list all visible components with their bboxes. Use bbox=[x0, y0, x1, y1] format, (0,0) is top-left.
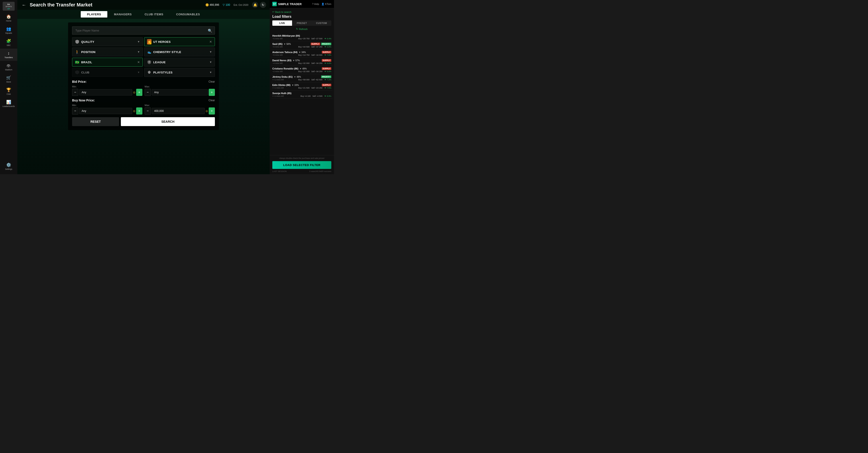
bid-max-input[interactable] bbox=[152, 89, 208, 95]
player-prices: Buy <32 000 Sell ~34 250 ▼ 6.6% bbox=[298, 70, 331, 73]
back-button[interactable]: ← bbox=[21, 2, 27, 8]
user-link[interactable]: 👤 KTom bbox=[321, 3, 331, 5]
player-name-row: Anderson Talisca (84) ▼ 34% bbox=[272, 51, 306, 54]
back-to-search-link[interactable]: ↩ Back to search bbox=[272, 10, 331, 13]
tab-players[interactable]: Players bbox=[81, 11, 107, 18]
player-list-item[interactable]: Edin Džeko (88) ▼ 33% SUPPLY <~1 mins le… bbox=[272, 82, 332, 90]
reset-button[interactable]: Reset bbox=[72, 117, 119, 126]
player-list-item[interactable]: Saúl (85) ▼ 50% SUPPLYPROFIT+ ~5 mins le… bbox=[272, 41, 332, 50]
player-buy-price: Buy <4 100 bbox=[301, 95, 311, 97]
buy-now-price-header: Buy Now Price: Clear bbox=[72, 98, 215, 102]
player-prices: Buy <25 750 Sell ~27 500 ▼ 6.4% bbox=[298, 37, 331, 40]
sidebar-item-squads[interactable]: 👥 Squads bbox=[0, 24, 17, 36]
player-item-top: Anderson Talisca (84) ▼ 34% SUPPLY bbox=[272, 51, 331, 54]
position-chevron-icon: ▼ bbox=[137, 50, 140, 54]
player-profit-pct: ▼ 7.2% bbox=[324, 79, 331, 81]
player-buy-price: Buy <25 750 bbox=[298, 37, 310, 40]
tab-consumables[interactable]: Consumables bbox=[170, 11, 206, 18]
bid-price-clear-button[interactable]: Clear bbox=[209, 80, 215, 83]
uthero-close-icon[interactable]: ✕ bbox=[209, 40, 212, 44]
filter-uthero[interactable]: ⭐ UT Heroes ✕ bbox=[144, 37, 215, 46]
bid-min-decrement-button[interactable]: − bbox=[72, 89, 78, 96]
player-item-top: Edin Džeko (88) ▼ 33% SUPPLY bbox=[272, 84, 331, 86]
filter-club[interactable]: Club ▼ bbox=[72, 68, 143, 77]
player-profit-pct: ▼ 8.9% bbox=[324, 95, 331, 97]
player-list-item[interactable]: Anderson Talisca (84) ▼ 34% SUPPLY ~5 mi… bbox=[272, 50, 332, 58]
player-sell-price: Sell ~4 500 bbox=[312, 95, 322, 97]
topbar-stats: 466,996 ▽ 100 Est. Oct 2020 🔔 ↻ bbox=[206, 2, 266, 8]
buy-now-price-clear-button[interactable]: Clear bbox=[209, 99, 215, 102]
player-profit-pct: ▼ 6.4% bbox=[324, 37, 331, 40]
player-list-item[interactable]: Jérémy Doku (81) ▼ 48% PROFIT+ <~1 mins … bbox=[272, 74, 332, 82]
sidebar-item-leaderboards[interactable]: 📊 Leaderboards bbox=[0, 97, 17, 110]
player-tag: PROFIT+ bbox=[321, 76, 331, 78]
topbar-icons: 🔔 ↻ bbox=[252, 2, 266, 8]
buy-now-min-input[interactable] bbox=[79, 108, 132, 114]
buy-now-max-increment-button[interactable]: + bbox=[209, 107, 215, 115]
player-name: David Neres (83) bbox=[272, 59, 291, 62]
bid-min-increment-button[interactable]: + bbox=[136, 89, 143, 96]
player-list-item[interactable]: David Neres (83) ▼ 57% SUPPLY ~4 mins le… bbox=[272, 58, 332, 66]
sidebar-item-store[interactable]: 🛒 Store bbox=[0, 73, 17, 85]
tab-managers[interactable]: Managers bbox=[108, 11, 138, 18]
main-area: ← Search the Transfer Market 466,996 ▽ 1… bbox=[17, 0, 270, 174]
filter-quality[interactable]: Quality ▼ bbox=[72, 37, 143, 46]
player-sell-price: Sell ~34 250 bbox=[311, 70, 322, 73]
search-button[interactable]: Search bbox=[121, 117, 215, 126]
buy-now-min-decrement-button[interactable]: − bbox=[72, 107, 78, 115]
simple-trader-logo: ST SIMPLE TRADER bbox=[272, 2, 302, 6]
refresh-topbar-button[interactable]: ↻ bbox=[260, 2, 266, 8]
last-session-label: LAST SESSION bbox=[272, 170, 287, 172]
filter-playstyles[interactable]: PlayStyles ▼ bbox=[144, 68, 215, 77]
buy-now-max-decrement-button[interactable]: − bbox=[145, 107, 151, 115]
load-selected-filter-button[interactable]: Load selected filter bbox=[272, 161, 331, 169]
bid-min-row: − ◎ + bbox=[72, 89, 143, 96]
brazil-close-icon[interactable]: ✕ bbox=[137, 60, 140, 64]
sidebar-item-home[interactable]: 🏠 Home bbox=[0, 12, 17, 24]
buy-now-price-section: Buy Now Price: Clear Min: − ◎ + bbox=[72, 98, 215, 115]
load-filters-section: ↩ Back to search Load filters LIVE PRESE… bbox=[270, 8, 334, 33]
player-list-item[interactable]: Henrikh Mkhitaryan (84) ~5 mins left Buy… bbox=[272, 33, 332, 41]
sidebar-item-club[interactable]: 🏆 Club bbox=[0, 85, 17, 97]
refresh-label: Refresh bbox=[299, 28, 308, 30]
bid-max-decrement-button[interactable]: − bbox=[145, 89, 151, 96]
filter-tab-preset[interactable]: PRESET bbox=[292, 21, 312, 26]
tab-club-items[interactable]: Club Items bbox=[138, 11, 169, 18]
filter-chemistry[interactable]: 👟 Chemistry Style ▼ bbox=[144, 48, 215, 56]
player-list-item[interactable]: Svenja Huth (85) <~1 mins left Buy <4 10… bbox=[272, 90, 332, 99]
sidebar-item-stadium[interactable]: 🏟 Stadium bbox=[0, 61, 17, 73]
svg-text:UT: UT bbox=[7, 8, 10, 10]
filter-tab-live[interactable]: LIVE bbox=[272, 21, 292, 26]
buy-now-max-group: Max: − ◎ + bbox=[145, 104, 215, 115]
sidebar-label-transfers: Transfers bbox=[4, 56, 13, 59]
filter-brazil[interactable]: 🇧🇷 Brazil ✕ bbox=[72, 58, 143, 66]
sidebar-item-transfers[interactable]: ↕️ Transfers bbox=[0, 49, 17, 61]
player-profit-pct: ▼ 7.8% bbox=[324, 54, 331, 56]
bid-max-increment-button[interactable]: + bbox=[209, 89, 215, 96]
transfers-icon: ↕️ bbox=[6, 51, 11, 56]
bottom-buttons: Reset Search bbox=[72, 117, 215, 126]
player-name-row: Jérémy Doku (81) ▼ 48% bbox=[272, 76, 301, 78]
filter-tab-custom[interactable]: CUSTOM bbox=[312, 21, 331, 26]
player-item-bottom: <~1 mins left Buy <4 100 Sell ~4 500 ▼ 8… bbox=[272, 95, 331, 97]
sbc-icon: 🧩 bbox=[6, 38, 11, 44]
bid-min-input[interactable] bbox=[79, 89, 132, 95]
refresh-button[interactable]: ↻ Refresh bbox=[272, 28, 331, 30]
disclaimer-text: Always double-check the purchase and sal… bbox=[272, 157, 331, 159]
sidebar-item-settings[interactable]: ⚙️ Settings bbox=[0, 160, 17, 172]
player-list-item[interactable]: Cristiano Ronaldo (86) ▼ 49% SUPPLY ~2 m… bbox=[272, 66, 332, 74]
player-tags: SUPPLY bbox=[322, 67, 331, 70]
player-item-bottom: ~5 mins left Buy <25 750 Sell ~27 500 ▼ … bbox=[272, 37, 331, 40]
player-tag: SUPPLY bbox=[322, 59, 331, 62]
buy-now-min-increment-button[interactable]: + bbox=[136, 107, 143, 115]
filter-position[interactable]: 🚶 Position ▼ bbox=[72, 48, 143, 56]
sidebar-item-sbc[interactable]: 🧩 SBC bbox=[0, 36, 17, 49]
st-header-links: ? Help 👤 KTom bbox=[312, 3, 331, 5]
help-link[interactable]: ? Help bbox=[312, 3, 319, 5]
buy-now-max-input[interactable] bbox=[152, 108, 205, 114]
buy-now-min-row: − ◎ + bbox=[72, 107, 143, 115]
player-tag: SUPPLY bbox=[322, 84, 331, 86]
filter-league[interactable]: League ▼ bbox=[144, 58, 215, 66]
player-name-input[interactable] bbox=[72, 26, 215, 35]
notifications-button[interactable]: 🔔 bbox=[252, 2, 258, 8]
